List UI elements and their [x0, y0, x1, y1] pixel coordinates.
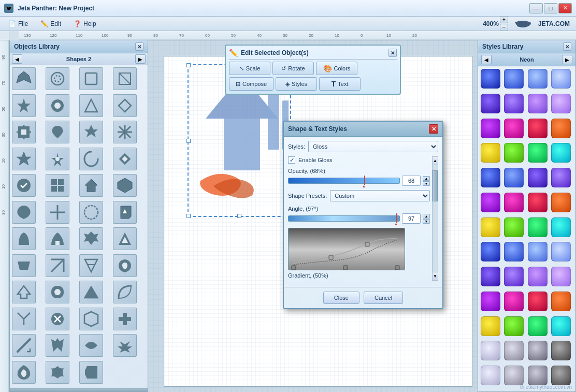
list-item[interactable]: [481, 119, 500, 138]
angle-slider-track[interactable]: ▲: [288, 215, 400, 222]
scrollbar-track[interactable]: [433, 165, 438, 272]
list-item[interactable]: [504, 168, 524, 187]
list-item[interactable]: [528, 168, 548, 187]
list-item[interactable]: [528, 242, 548, 262]
compose-button[interactable]: ⊞ Compose: [229, 77, 273, 91]
text-button[interactable]: T Text: [319, 77, 361, 91]
list-item[interactable]: [12, 281, 36, 303]
close-button[interactable]: ✕: [558, 3, 572, 13]
angle-spin-up[interactable]: ▲: [423, 214, 430, 219]
objects-library-close[interactable]: ✕: [135, 42, 143, 51]
list-item[interactable]: [113, 281, 137, 303]
scrollbar-down-button[interactable]: ▼: [433, 272, 438, 280]
list-item[interactable]: [113, 121, 137, 143]
list-item[interactable]: [551, 267, 571, 286]
list-item[interactable]: [528, 267, 548, 286]
list-item[interactable]: [481, 366, 500, 385]
enable-gloss-checkbox[interactable]: ✓: [288, 156, 295, 164]
list-item[interactable]: [46, 94, 69, 117]
shape-presets-select[interactable]: Custom: [330, 190, 430, 201]
list-item[interactable]: [113, 308, 137, 330]
list-item[interactable]: [528, 292, 548, 311]
scrollbar-up-button[interactable]: ▲: [433, 157, 438, 165]
list-item[interactable]: [79, 334, 103, 357]
styles-prev-button[interactable]: ◀: [481, 55, 492, 64]
dialog-scrollbar[interactable]: ▲ ▼: [432, 156, 438, 281]
list-item[interactable]: [12, 121, 36, 143]
list-item[interactable]: [79, 148, 103, 170]
list-item[interactable]: [12, 308, 36, 330]
list-item[interactable]: [113, 148, 137, 170]
list-item[interactable]: [551, 69, 571, 89]
list-item[interactable]: [528, 143, 548, 163]
list-item[interactable]: [481, 292, 500, 311]
list-item[interactable]: [46, 148, 69, 170]
list-item[interactable]: [113, 67, 137, 90]
list-item[interactable]: [79, 94, 103, 117]
list-item[interactable]: [551, 217, 571, 237]
opacity-spin-down[interactable]: ▼: [423, 181, 430, 186]
close-button[interactable]: Close: [323, 292, 359, 304]
gradient-preview-svg[interactable]: [288, 228, 405, 270]
list-item[interactable]: [528, 69, 548, 89]
shapes-prev-button[interactable]: ◀: [12, 54, 22, 64]
list-item[interactable]: [551, 143, 571, 163]
angle-spin-down[interactable]: ▼: [423, 219, 430, 224]
list-item[interactable]: [113, 227, 137, 250]
list-item[interactable]: [551, 168, 571, 187]
list-item[interactable]: [481, 69, 500, 89]
list-item[interactable]: [46, 281, 69, 303]
list-item[interactable]: [12, 361, 36, 384]
list-item[interactable]: [481, 168, 500, 187]
list-item[interactable]: [113, 254, 137, 277]
list-item[interactable]: [504, 316, 524, 336]
list-item[interactable]: [79, 201, 103, 224]
canvas-area[interactable]: ✏️ Edit Selected Object(s) ✕ ⤡ Scale ↺ R…: [148, 40, 478, 392]
list-item[interactable]: [12, 174, 36, 197]
list-item[interactable]: [79, 254, 103, 277]
shape-text-styles-dialog[interactable]: Shape & Text Styles ✕ Styles: Gloss: [283, 121, 443, 309]
list-item[interactable]: [12, 67, 36, 90]
list-item[interactable]: [504, 193, 524, 212]
list-item[interactable]: [551, 193, 571, 212]
list-item[interactable]: [504, 366, 524, 385]
list-item[interactable]: [551, 94, 571, 113]
edit-toolbar-close[interactable]: ✕: [388, 49, 397, 57]
list-item[interactable]: [481, 316, 500, 336]
list-item[interactable]: [79, 174, 103, 197]
list-item[interactable]: [12, 334, 36, 357]
list-item[interactable]: [46, 227, 69, 250]
maximize-button[interactable]: □: [544, 3, 557, 13]
dialog-title-bar[interactable]: Shape & Text Styles ✕: [284, 122, 442, 137]
list-item[interactable]: [46, 254, 69, 277]
list-item[interactable]: [46, 174, 69, 197]
list-item[interactable]: [528, 316, 548, 336]
list-item[interactable]: [551, 119, 571, 138]
list-item[interactable]: [46, 67, 69, 90]
styles-next-button[interactable]: ▶: [562, 55, 572, 64]
list-item[interactable]: [504, 94, 524, 113]
list-item[interactable]: [113, 174, 137, 197]
list-item[interactable]: [528, 193, 548, 212]
list-item[interactable]: [504, 217, 524, 237]
styles-library-close[interactable]: ✕: [563, 42, 571, 51]
list-item[interactable]: [551, 366, 571, 385]
list-item[interactable]: [528, 341, 548, 360]
list-item[interactable]: [504, 341, 524, 360]
list-item[interactable]: [12, 227, 36, 250]
list-item[interactable]: [113, 201, 137, 224]
list-item[interactable]: [12, 201, 36, 224]
list-item[interactable]: [481, 242, 500, 262]
opacity-spin-up[interactable]: ▲: [423, 176, 430, 181]
list-item[interactable]: [46, 308, 69, 330]
shapes-next-button[interactable]: ▶: [135, 54, 146, 64]
list-item[interactable]: [12, 148, 36, 170]
scale-button[interactable]: ⤡ Scale: [229, 62, 270, 75]
list-item[interactable]: [79, 281, 103, 303]
list-item[interactable]: [481, 341, 500, 360]
zoom-plus-button[interactable]: +: [500, 16, 508, 23]
list-item[interactable]: [504, 267, 524, 286]
list-item[interactable]: [551, 242, 571, 262]
menu-edit[interactable]: ✏️ Edit: [34, 19, 67, 29]
list-item[interactable]: [113, 94, 137, 117]
